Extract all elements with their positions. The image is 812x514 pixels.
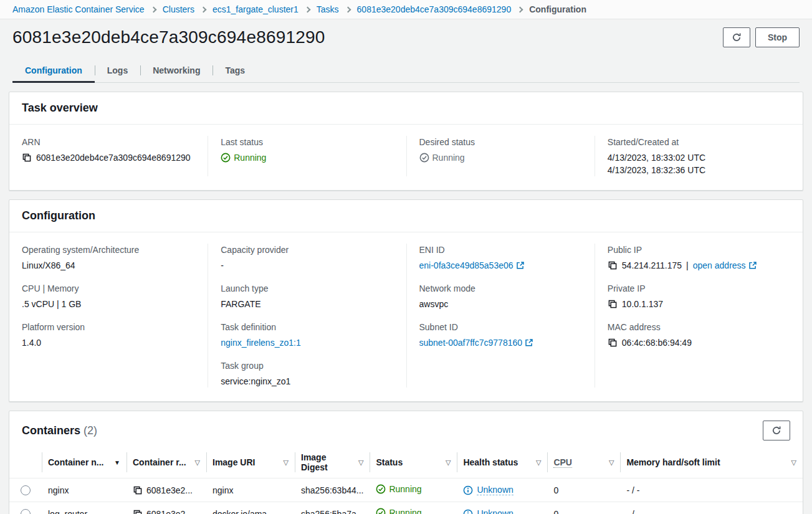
column-health-status[interactable]: Health status▽ [457,447,547,478]
containers-refresh-button[interactable] [763,421,790,440]
containers-header: Containers(2) [9,411,803,447]
status-neutral-icon [419,153,429,163]
field-label: Network mode [419,282,582,295]
copy-icon[interactable] [608,299,618,309]
column-memory-limit[interactable]: Memory hard/soft limit▽ [620,447,803,478]
image-uri-cell: nginx [206,478,295,502]
field-public-ip: Public IP 54.214.211.175 | open address [608,244,790,272]
breadcrumb-item-task-id[interactable]: 6081e3e20deb4ce7a309c694e8691290 [357,4,512,14]
image-digest-cell: sha256:5ba7a... [295,502,370,514]
row-radio-button[interactable] [21,509,31,514]
breadcrumb-item-tasks[interactable]: Tasks [317,4,339,14]
containers-table: Container n...▼ Container r...▽ Image UR… [9,447,803,514]
field-label: Capacity provider [221,244,393,256]
field-label: ARN [22,136,195,148]
field-label: CPU | Memory [22,282,195,295]
refresh-button[interactable] [723,27,750,47]
field-label: Public IP [608,244,790,256]
status-cell: Running [370,478,457,502]
chevron-right-icon [517,6,523,12]
tab-networking[interactable]: Networking [140,60,213,82]
tab-logs[interactable]: Logs [95,60,140,82]
field-mac-address: MAC address 06:4c:68:b6:94:49 [608,321,790,349]
status-cell: Running [370,502,457,514]
chevron-right-icon [345,6,351,12]
column-container-name[interactable]: Container n...▼ [42,447,127,478]
stop-button[interactable]: Stop [755,27,800,47]
refresh-icon [771,426,781,435]
tab-tags[interactable]: Tags [213,60,257,82]
field-label: Task group [221,359,393,372]
field-label: Desired status [419,136,582,148]
private-ip-value: 10.0.1.137 [622,298,663,310]
table-row: nginx 6081e3e2... nginx sha256:63b44... [9,478,803,502]
container-runtime-cell: 6081e3e2... [127,502,206,514]
health-status-link[interactable]: Unknown [477,485,513,495]
column-status[interactable]: Status▽ [370,447,457,478]
table-row: log_router 6081e3e2... docker.io/ama... … [9,502,803,514]
cpu-cell: 0 [547,502,620,514]
tabs-bar: Configuration Logs Networking Tags [12,60,800,83]
tab-configuration[interactable]: Configuration [12,60,95,82]
sort-icon[interactable]: ▽ [358,459,363,467]
sort-icon[interactable]: ▽ [791,459,796,467]
image-digest-cell: sha256:63b44... [295,478,370,502]
desired-status-value: Running [432,151,465,164]
configuration-header: Configuration [9,200,803,232]
capacity-provider-value: - [221,259,393,272]
open-address-link[interactable]: open address [693,259,757,272]
column-cpu[interactable]: CPU▽ [547,447,620,478]
memory-limit-cell: - / - [620,502,803,514]
copy-icon[interactable] [608,260,618,270]
task-overview-title: Task overview [22,102,98,115]
info-icon [463,509,473,514]
field-label: Started/Created at [608,136,790,148]
field-label: Operating system/Architecture [22,244,195,256]
field-cpu-memory: CPU | Memory .5 vCPU | 1 GB [22,282,195,310]
breadcrumb-item-clusters[interactable]: Clusters [163,4,194,14]
last-status-value: Running [234,151,266,164]
health-status-link[interactable]: Unknown [477,508,513,514]
field-label: Subnet ID [419,321,582,333]
external-link-icon [516,261,525,270]
memory-limit-cell: - / - [620,478,803,502]
sort-icon[interactable]: ▽ [284,459,289,467]
copy-icon[interactable] [608,338,618,348]
sort-icon[interactable]: ▽ [536,459,541,467]
platform-version-value: 1.4.0 [22,336,195,349]
breadcrumb-item-cluster[interactable]: ecs1_fargate_cluster1 [213,4,299,14]
column-container-runtime[interactable]: Container r...▽ [127,447,206,478]
launch-type-value: FARGATE [221,298,393,310]
field-label: MAC address [608,321,790,333]
copy-icon[interactable] [133,485,143,495]
field-label: Private IP [608,282,790,295]
field-label: Last status [221,136,393,148]
copy-icon[interactable] [133,509,143,514]
field-network-mode: Network mode awsvpc [419,282,582,310]
copy-icon[interactable] [22,153,32,163]
sort-descending-icon[interactable]: ▼ [114,459,120,466]
field-started-created: Started/Created at 4/13/2023, 18:33:02 U… [608,136,790,176]
sort-icon[interactable]: ▽ [195,459,200,467]
field-label: ENI ID [419,244,582,256]
chevron-right-icon [150,6,156,12]
column-image-digest[interactable]: Image Digest▽ [295,447,370,478]
field-private-ip: Private IP 10.0.1.137 [608,282,790,310]
sort-icon[interactable]: ▽ [609,459,614,467]
task-definition-link[interactable]: nginx_firelens_zo1:1 [221,336,300,349]
health-status-cell: Unknown [457,502,547,514]
external-link-icon [525,338,533,347]
field-launch-type: Launch type FARGATE [221,282,393,310]
field-task-group: Task group service:nginx_zo1 [221,359,393,388]
breadcrumb-item-current: Configuration [529,4,586,14]
column-image-uri[interactable]: Image URI▽ [206,447,295,478]
eni-id-link[interactable]: eni-0fa3ce49d85a53e06 [419,259,525,272]
breadcrumb-item-service[interactable]: Amazon Elastic Container Service [12,4,145,14]
task-group-value: service:nginx_zo1 [221,375,393,388]
arn-value: 6081e3e20deb4ce7a309c694e8691290 [36,151,191,164]
sort-icon[interactable]: ▽ [446,459,451,467]
status-success-icon [221,153,231,163]
containers-card: Containers(2) Container n...▼ Container … [9,411,803,514]
row-radio-button[interactable] [21,485,31,495]
subnet-id-link[interactable]: subnet-00af7ffc7c9778160 [419,336,534,349]
